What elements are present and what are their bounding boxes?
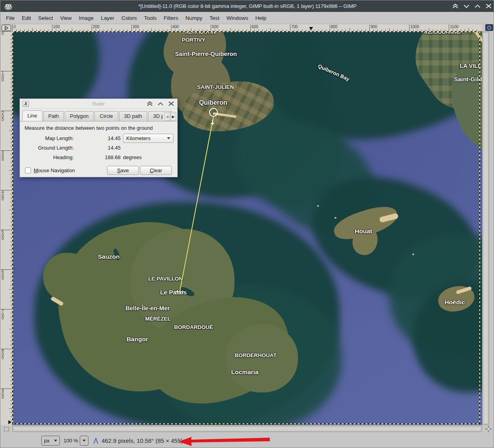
menu-item-edit[interactable]: Edit	[18, 13, 35, 23]
clear-button[interactable]: Clear	[140, 166, 172, 175]
zoom-select-button[interactable]	[80, 436, 88, 446]
horizontal-scrollbar-thumb[interactable]	[13, 426, 481, 431]
unit-dropdown[interactable]: Kilometers	[123, 134, 173, 143]
ruler-tick	[10, 194, 12, 194]
ruler-tick	[254, 29, 255, 31]
unit-select[interactable]: px	[41, 436, 60, 446]
ruler-tick	[219, 29, 219, 31]
ruler-tick	[246, 29, 247, 31]
ruler-tick	[60, 29, 60, 31]
tab-polygon[interactable]: Polygon	[65, 111, 94, 121]
map-label-saint-julien: SAINT-JULIEN	[197, 84, 234, 90]
ruler-tick	[12, 25, 13, 31]
menu-item-view[interactable]: View	[57, 13, 75, 23]
ruler-tick	[100, 29, 100, 31]
ruler-tick	[10, 119, 12, 119]
menu-item-image[interactable]: Image	[75, 13, 98, 23]
dialog-maximize-icon[interactable]	[157, 101, 164, 107]
vertical-scrollbar[interactable]	[482, 31, 489, 425]
ruler-label: 900	[371, 25, 377, 29]
dropdown-chevron-icon	[83, 440, 86, 442]
ruler-dialog-titlebar[interactable]: X Ruler	[20, 99, 177, 109]
tab-circle[interactable]: Circle	[94, 111, 118, 121]
field-value: 14.45	[75, 144, 121, 152]
tab-scroll-left-icon[interactable]: ◀	[164, 112, 170, 121]
gimp-window: *[Untitled]-11.0 (RGB color 8-bit gamma …	[0, 0, 494, 448]
ruler-tick	[36, 29, 37, 31]
ruler-tick	[56, 29, 56, 31]
tab-scroll-right-icon[interactable]: ▶	[170, 112, 176, 121]
measure-tool-icon	[92, 437, 100, 444]
image-canvas[interactable]: KERHOSTINPORTIVYSaint-Pierre-QuiberonSAI…	[12, 31, 482, 425]
ruler-tick	[290, 25, 290, 31]
vertical-ruler[interactable]: 01 0 02 0 03 0 04 0 05 0 06 0 07 0 08 0 …	[0, 31, 12, 425]
save-button[interactable]: Save	[107, 166, 139, 175]
ruler-tick	[10, 254, 12, 254]
ruler-tick	[10, 325, 12, 325]
ruler-tick	[318, 29, 318, 31]
menu-item-select[interactable]: Select	[35, 13, 57, 23]
window-shade-icon[interactable]	[452, 3, 459, 9]
ruler-tick	[10, 317, 12, 317]
ruler-tick	[310, 28, 310, 31]
ruler-dialog[interactable]: X Ruler LinePathPolygonCircle3D path3D p…	[19, 98, 178, 177]
window-minimize-icon[interactable]	[463, 3, 470, 9]
menu-item-file[interactable]: File	[2, 13, 18, 23]
titlebar[interactable]: *[Untitled]-11.0 (RGB color 8-bit gamma …	[0, 0, 494, 12]
ruler-tick	[76, 29, 76, 31]
ruler-tick	[10, 392, 12, 393]
ruler-tick	[10, 59, 12, 60]
map-label-quiberon: Quiberon	[199, 99, 227, 106]
ruler-tick	[10, 103, 12, 103]
mouse-navigation-checkbox[interactable]	[25, 167, 31, 173]
horizontal-ruler[interactable]: 010020030040050060070080090010001100	[12, 24, 482, 31]
ruler-label: 800	[331, 25, 338, 29]
ruler-tick	[10, 412, 12, 413]
window-maximize-icon[interactable]	[474, 3, 481, 9]
ruler-tick	[314, 29, 314, 31]
menu-item-colors[interactable]: Colors	[118, 13, 140, 23]
ruler-tick	[223, 29, 223, 31]
ruler-label: 6 0 0	[2, 270, 4, 281]
ruler-tick	[417, 29, 417, 31]
ruler-tick	[183, 29, 183, 31]
ruler-tick	[10, 83, 12, 83]
ruler-tick	[274, 29, 275, 31]
map-label-bangor: Bangor	[127, 336, 148, 343]
ruler-tick	[88, 29, 88, 31]
menu-item-help[interactable]: Help	[252, 13, 270, 23]
ruler-tick	[10, 404, 12, 405]
ruler-tick	[16, 29, 17, 31]
menu-item-numpy[interactable]: Numpy	[182, 13, 206, 23]
ruler-tick	[242, 29, 243, 31]
dialog-close-icon[interactable]	[168, 101, 175, 107]
horizontal-scrollbar[interactable]	[12, 425, 482, 432]
menu-item-windows[interactable]: Windows	[223, 13, 252, 23]
ruler-tick	[10, 234, 12, 234]
image-menu-triangle-icon[interactable]	[2, 25, 11, 31]
menu-item-filters[interactable]: Filters	[160, 13, 182, 23]
menu-item-test[interactable]: Test	[206, 13, 223, 23]
ruler-tick	[377, 29, 378, 31]
ruler-tick	[306, 29, 306, 31]
vertical-scrollbar-thumb[interactable]	[483, 32, 488, 424]
ruler-tick	[10, 182, 12, 183]
menu-item-tools[interactable]: Tools	[140, 13, 160, 23]
ruler-tick	[10, 337, 12, 337]
tab-path[interactable]: Path	[43, 111, 64, 121]
tab-3d-path[interactable]: 3D path	[119, 111, 148, 121]
window-close-icon[interactable]	[485, 3, 492, 9]
menu-item-layer[interactable]: Layer	[97, 13, 118, 23]
dialog-shade-icon[interactable]	[146, 101, 153, 107]
ruler-tick	[258, 29, 259, 31]
ruler-tick	[282, 29, 283, 31]
quick-mask-icon[interactable]	[2, 426, 11, 432]
field-aux: degrees	[121, 153, 177, 162]
ruler-tick	[381, 29, 382, 31]
tab-line[interactable]: Line	[22, 110, 42, 121]
zoom-level: 100 %	[63, 438, 78, 444]
zoom-follow-window-icon[interactable]	[485, 24, 493, 31]
navigation-cross-icon[interactable]	[484, 425, 493, 433]
ruler-tick	[32, 28, 33, 31]
ruler-tick	[68, 29, 68, 31]
